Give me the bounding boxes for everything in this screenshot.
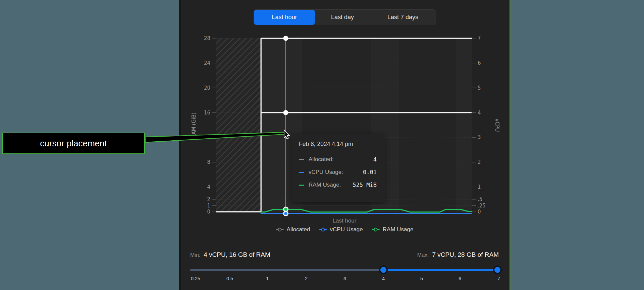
svg-text:5: 5 <box>478 85 481 91</box>
left-axis-title: RAM (GiB) <box>191 112 197 138</box>
svg-text:2: 2 <box>207 196 210 202</box>
tooltip-value: 0.01 <box>363 169 377 176</box>
chart-legend: Allocated vCPU Usage RAM Usage <box>179 226 510 233</box>
tooltip-row-vcpu-usage: vCPU Usage: 0.01 <box>299 169 377 176</box>
svg-text:8: 8 <box>207 159 210 165</box>
svg-text:28: 28 <box>204 35 210 41</box>
annotation-text: cursor placement <box>40 138 107 149</box>
max-value: 7 vCPU, 28 GB of RAM <box>432 251 499 258</box>
legend-item-ram-usage[interactable]: RAM Usage <box>372 226 414 233</box>
tooltip-row-allocated: Allocated: 4 <box>299 156 377 163</box>
svg-text:4: 4 <box>478 110 481 116</box>
slider-tick: 2 <box>305 276 308 281</box>
svg-text:16: 16 <box>204 110 210 116</box>
slider-active-range <box>383 269 500 271</box>
svg-text:24: 24 <box>204 60 210 66</box>
screen: Last hour Last day Last 7 days 282420161… <box>0 0 644 290</box>
allocated-series-swatch <box>299 159 304 160</box>
tooltip-row-ram-usage: RAM Usage: 525 MiB <box>299 182 377 188</box>
svg-text:4: 4 <box>207 184 210 190</box>
ram-series-swatch <box>299 185 304 186</box>
legend-label: RAM Usage <box>383 226 414 233</box>
right-axis-title: vCPU <box>494 118 500 132</box>
svg-text:7: 7 <box>478 35 481 41</box>
legend-item-allocated[interactable]: Allocated <box>276 226 310 233</box>
x-axis-label: Last hour <box>179 218 510 224</box>
svg-text:1: 1 <box>207 203 210 209</box>
legend-label: vCPU Usage <box>330 226 363 233</box>
tooltip-label: Allocated: <box>309 156 334 163</box>
min-label: Min: <box>190 252 200 258</box>
allocated-line-icon <box>276 229 284 230</box>
ram-line-icon <box>372 229 380 230</box>
svg-text:.5: .5 <box>478 196 482 202</box>
slider-min-handle[interactable] <box>380 267 386 273</box>
svg-text:.25: .25 <box>478 203 486 209</box>
vcpu-range-slider-track[interactable] <box>190 269 500 271</box>
legend-label: Allocated <box>287 226 310 233</box>
tooltip-timestamp: Feb 8, 2024 4:14 pm <box>299 141 377 148</box>
chart-tooltip: Feb 8, 2024 4:14 pm Allocated: 4 vCPU Us… <box>291 134 385 202</box>
tooltip-label: RAM Usage: <box>309 182 341 188</box>
tooltip-label: vCPU Usage: <box>309 169 343 176</box>
svg-text:1: 1 <box>478 184 481 190</box>
svg-text:6: 6 <box>478 60 481 66</box>
max-label: Max: <box>417 252 429 258</box>
annotation-label-box: cursor placement <box>2 133 145 154</box>
svg-text:0: 0 <box>478 209 481 215</box>
slider-tick: 5 <box>420 276 423 281</box>
min-value: 4 vCPU, 16 GB of RAM <box>204 251 270 258</box>
plot-band-dark <box>399 38 456 212</box>
allocation-range-summary: Min: 4 vCPU, 16 GB of RAM Max: 7 vCPU, 2… <box>190 251 499 260</box>
slider-tick: 1 <box>266 276 269 281</box>
slider-tick: 0.25 <box>191 276 200 281</box>
slider-tick: 0.5 <box>226 276 233 281</box>
slider-tick-labels: 0.25 0.5 1 2 3 4 5 6 7 <box>0 276 644 283</box>
svg-text:2: 2 <box>478 159 481 165</box>
svg-text:3: 3 <box>478 134 481 140</box>
slider-tick: 3 <box>343 276 346 281</box>
slider-max-handle[interactable] <box>494 267 500 273</box>
vcpu-series-swatch <box>299 172 304 173</box>
max-allocation: Max: 7 vCPU, 28 GB of RAM <box>417 251 499 258</box>
min-allocation: Min: 4 vCPU, 16 GB of RAM <box>190 251 270 258</box>
vcpu-line-icon <box>319 229 327 230</box>
tooltip-value: 525 MiB <box>353 182 377 188</box>
tooltip-value: 4 <box>373 156 377 163</box>
legend-item-vcpu-usage[interactable]: vCPU Usage <box>319 226 363 233</box>
svg-text:0: 0 <box>207 209 210 215</box>
svg-text:20: 20 <box>204 85 210 91</box>
slider-tick: 4 <box>382 276 385 281</box>
slider-tick: 7 <box>497 276 500 281</box>
slider-tick: 6 <box>459 276 461 281</box>
no-data-hatched-region <box>216 38 261 212</box>
